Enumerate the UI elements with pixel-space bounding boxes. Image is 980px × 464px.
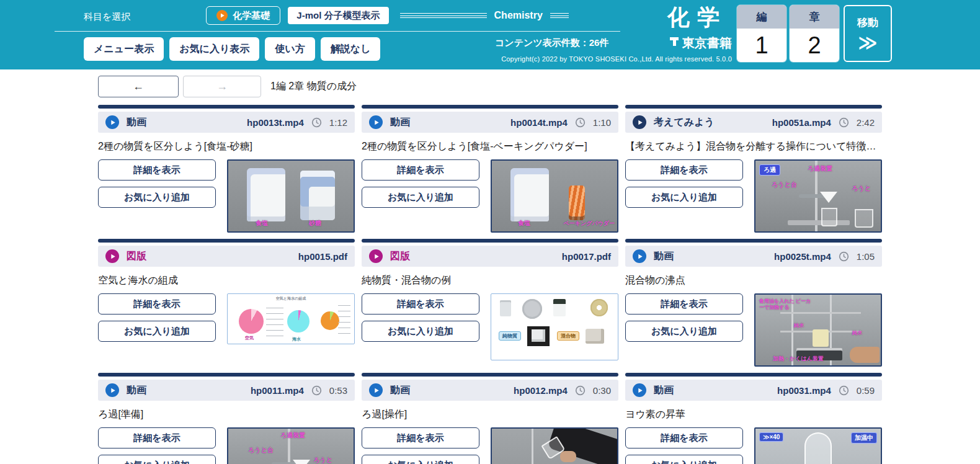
clock-icon — [839, 385, 849, 396]
menu-display-button[interactable]: メニュー表示 — [84, 37, 164, 61]
thumb-label: 純水 — [852, 329, 862, 336]
add-favorite-button[interactable]: お気に入り追加 — [625, 455, 743, 464]
content-card: 動画 hp0025t.mp4 1:05 混合物の沸点 詳細を表示 お気に入り追加… — [625, 239, 882, 367]
show-detail-button[interactable]: 詳細を表示 — [362, 293, 479, 315]
show-detail-button[interactable]: 詳細を表示 — [362, 159, 479, 181]
thumbnail[interactable]: 食塩砂糖 — [227, 159, 355, 233]
card-title: 【考えてみよう】混合物を分離する操作について特徴を… — [625, 140, 882, 153]
back-button[interactable]: ← — [98, 76, 179, 97]
clock-icon — [575, 117, 586, 128]
thumb-shape-pB — [522, 299, 542, 319]
show-detail-button[interactable]: 詳細を表示 — [362, 427, 479, 448]
play-icon[interactable] — [633, 383, 646, 397]
card-body: 詳細を表示 お気に入り追加 食塩ベーキングパウダー — [362, 159, 618, 233]
thumb-label: ろうと — [852, 184, 871, 193]
thumbnail[interactable]: ≫×40加温中 — [754, 427, 882, 464]
subject-button[interactable]: 化学基礎 — [206, 6, 280, 25]
thumb-shape-handP — [560, 451, 576, 462]
history-nav: ← → 1編 2章 物質の成分 — [98, 76, 980, 97]
thumbnail[interactable] — [491, 427, 618, 464]
show-detail-button[interactable]: 詳細を表示 — [625, 427, 743, 448]
move-button[interactable]: 移動 ≫ — [844, 5, 892, 62]
add-favorite-button[interactable]: お気に入り追加 — [98, 187, 216, 208]
thumb-shape-bagA — [510, 168, 549, 221]
content-type-label: 図版 — [390, 250, 410, 263]
hen-selector[interactable]: 編 1 — [737, 5, 786, 62]
filename: hp0051a.mp4 — [772, 117, 831, 128]
thumbnail[interactable]: 空気と海水の組成空気海水 — [227, 293, 355, 344]
favorites-display-button[interactable]: お気に入り表示 — [169, 37, 259, 61]
add-favorite-button[interactable]: お気に入り追加 — [362, 187, 479, 208]
add-favorite-button[interactable]: お気に入り追加 — [362, 455, 479, 464]
play-icon — [216, 10, 228, 21]
play-icon[interactable] — [369, 115, 383, 129]
clock-icon — [311, 385, 322, 396]
thumbnail[interactable]: ろ過ろ過装置ろうと台ろうと — [754, 159, 882, 233]
play-icon[interactable] — [633, 249, 646, 263]
show-detail-button[interactable]: 詳細を表示 — [98, 159, 216, 181]
play-icon[interactable] — [105, 383, 119, 397]
add-favorite-button[interactable]: お気に入り追加 — [625, 321, 743, 342]
thumb-label: 加熱・かくはん装置 — [773, 355, 824, 363]
filename: hp0025t.mp4 — [774, 251, 831, 262]
play-icon[interactable] — [105, 115, 119, 129]
header-separator-line — [55, 31, 620, 32]
thumb-label: ≫×40 — [759, 432, 783, 442]
card-body: 詳細を表示 お気に入り追加 ろ過装置ろうと台ろうと — [98, 427, 355, 464]
thumb-label: ろうと台 — [248, 446, 274, 455]
subject-select-label: 科目を選択 — [84, 11, 130, 23]
add-favorite-button[interactable]: お気に入り追加 — [625, 187, 743, 208]
play-icon[interactable] — [105, 249, 119, 263]
play-icon[interactable] — [633, 115, 646, 129]
play-icon[interactable] — [369, 249, 383, 263]
forward-button[interactable]: → — [183, 76, 261, 97]
thumb-label: 空気 — [245, 335, 254, 341]
hen-value: 1 — [737, 29, 786, 62]
publisher-name: 東京書籍 — [682, 35, 732, 51]
play-icon[interactable] — [369, 383, 383, 397]
thumb-label: 食塩 — [518, 219, 530, 228]
sho-selector[interactable]: 章 2 — [790, 5, 839, 62]
thumbnail[interactable]: 純物質混合物 — [491, 293, 618, 360]
content-card: 図版 hp0017.pdf 純物質・混合物の例 詳細を表示 お気に入り追加 純物… — [362, 239, 618, 367]
duration: 0:30 — [593, 385, 611, 396]
card-body: 詳細を表示 お気に入り追加 食塩砂糖 — [98, 159, 355, 233]
thumb-shape-barA — [780, 312, 861, 314]
thumb-shape-pF — [586, 329, 604, 344]
card-top-divider — [98, 239, 355, 243]
card-actions: 詳細を表示 お気に入り追加 — [98, 159, 216, 208]
thumb-shape-beakerA — [821, 208, 837, 226]
card-top-divider — [362, 105, 618, 109]
duration: 0:59 — [857, 385, 875, 396]
duration: 0:53 — [329, 385, 347, 396]
filename: hp0012.mp4 — [514, 385, 568, 396]
content-type-label: 図版 — [127, 250, 146, 263]
show-detail-button[interactable]: 詳細を表示 — [625, 293, 743, 315]
show-detail-button[interactable]: 詳細を表示 — [625, 159, 743, 181]
thumb-label: 砂糖 — [309, 219, 321, 228]
card-header: 考えてみよう hp0051a.mp4 2:42 — [625, 112, 882, 133]
thumbnail[interactable]: 食用油を入れた ビーカーで加熱する純水純水加熱・かくはん装置 — [754, 293, 882, 367]
thumbnail[interactable]: 食塩ベーキングパウダー — [491, 159, 618, 233]
triple-line-icon — [550, 13, 569, 18]
add-favorite-button[interactable]: お気に入り追加 — [98, 321, 216, 342]
show-detail-button[interactable]: 詳細を表示 — [98, 293, 216, 315]
move-button-label: 移動 — [857, 16, 878, 30]
thumbnail[interactable]: ろ過装置ろうと台ろうと — [227, 427, 355, 464]
thumb-shape-pE — [527, 326, 550, 346]
add-favorite-button[interactable]: お気に入り追加 — [98, 455, 216, 464]
filename: hp0017.pdf — [562, 251, 611, 262]
filename: hp0013t.mp4 — [247, 117, 304, 128]
card-header: 図版 hp0017.pdf — [362, 246, 618, 267]
add-favorite-button[interactable]: お気に入り追加 — [362, 321, 479, 342]
subject-button-label: 化学基礎 — [233, 10, 270, 22]
howto-button[interactable]: 使い方 — [265, 37, 314, 61]
card-title: 混合物の沸点 — [625, 274, 882, 287]
content-card: 考えてみよう hp0051a.mp4 2:42 【考えてみよう】混合物を分離する… — [625, 105, 882, 233]
show-detail-button[interactable]: 詳細を表示 — [98, 427, 216, 448]
jmol-button[interactable]: J-mol 分子模型表示 — [288, 7, 388, 24]
no-commentary-button[interactable]: 解説なし — [321, 37, 381, 61]
card-body: 詳細を表示 お気に入り追加 — [362, 427, 618, 464]
card-header: 動画 hp0012.mp4 0:30 — [362, 380, 618, 401]
filename: hp0031.mp4 — [777, 385, 831, 396]
